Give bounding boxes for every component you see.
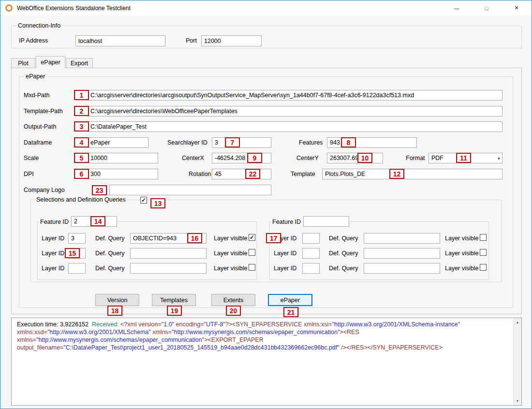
left-row2-def-query-label: Def. Query xyxy=(95,265,124,272)
dpi-input[interactable]: 300 xyxy=(88,169,158,179)
dataframe-input[interactable]: ePaper xyxy=(88,137,148,148)
left-row2-layer-visible-checkbox[interactable] xyxy=(249,264,255,271)
log-segment: "1.0" xyxy=(162,321,174,328)
right-row2-layer-visible-label: Layer visible xyxy=(445,265,478,272)
maximize-button[interactable]: □ xyxy=(472,0,502,15)
centerx-label: CenterX xyxy=(182,155,204,161)
right-row2-layer-id-input[interactable] xyxy=(302,263,320,274)
left-feature-id-label: Feature ID xyxy=(39,219,70,225)
window-title: WebOffice Extensions Standalone Testclie… xyxy=(17,5,131,12)
left-row1-layer-id-input[interactable] xyxy=(68,248,86,259)
right-feature-id-input[interactable] xyxy=(303,216,349,227)
right-row2-layer-id-label: Layer ID xyxy=(274,265,296,272)
scroll-down-icon[interactable]: ▼ xyxy=(514,397,521,405)
scale-label: Scale xyxy=(24,155,39,161)
right-row0-layer-visible-checkbox[interactable] xyxy=(480,234,487,241)
selections-group-label: Selections and Definition Queries xyxy=(35,196,127,203)
format-select-value: PDF xyxy=(431,155,443,161)
left-row1-def-query-label: Def. Query xyxy=(95,250,124,257)
company-logo-label: Company Logo xyxy=(24,187,65,193)
version-button[interactable]: Version xyxy=(95,294,139,306)
template-label: Template xyxy=(291,171,315,177)
left-row2-layer-id-input[interactable] xyxy=(68,263,86,274)
mxd-path-input[interactable]: C:\arcgisserver\directories\arcgisoutput… xyxy=(88,90,502,101)
left-row2-layer-visible-label: Layer visible xyxy=(214,265,247,272)
right-row0-def-query-input[interactable] xyxy=(364,233,440,244)
log-segment: encoding= xyxy=(174,321,204,328)
right-row2-layer-visible-checkbox[interactable] xyxy=(480,264,487,271)
scale-input[interactable]: 10000 xyxy=(88,153,158,163)
template-path-input[interactable]: C:\arcgisserver\directories\WebOfficeePa… xyxy=(88,106,502,117)
right-row1-def-query-label: Def. Query xyxy=(329,250,358,257)
log-segment: xmlns= xyxy=(151,329,172,336)
centerx-input[interactable]: -46254.208 xyxy=(212,153,271,163)
right-row2-def-query-label: Def. Query xyxy=(329,265,358,272)
rotation-label: Rotation xyxy=(189,171,211,177)
right-feature-id-label: Feature ID xyxy=(271,219,302,225)
ip-address-input[interactable]: localhost xyxy=(75,35,165,46)
right-row0-def-query-label: Def. Query xyxy=(329,235,358,242)
log-scrollbar[interactable]: ▲ ▼ xyxy=(513,318,521,405)
log-output[interactable]: Execution time: 3,9226152 Received: <?xm… xyxy=(11,318,522,406)
right-row2-def-query-input[interactable] xyxy=(364,263,440,274)
tab-export[interactable]: Export xyxy=(66,58,93,68)
features-input[interactable]: 943 xyxy=(327,137,417,148)
left-row2-def-query-input[interactable] xyxy=(130,263,207,274)
dataframe-label: Dataframe xyxy=(24,139,52,146)
connection-group-label: Connection-Info xyxy=(16,22,62,29)
right-row1-def-query-input[interactable] xyxy=(364,248,440,259)
epaper-button[interactable]: ePaper xyxy=(268,294,312,306)
right-row1-layer-id-input[interactable] xyxy=(302,248,320,259)
port-input[interactable]: 12000 xyxy=(201,35,262,46)
left-row2-layer-id-label: Layer ID xyxy=(42,265,64,272)
log-segment: "http://www.mysynergis.com/schemas/epape… xyxy=(36,336,204,343)
output-path-input[interactable]: C:\Data\ePaper_Test xyxy=(88,121,502,132)
left-row1-def-query-input[interactable] xyxy=(130,248,207,259)
company-logo-input[interactable] xyxy=(109,185,271,195)
template-path-label: Template-Path xyxy=(24,108,63,115)
selections-enabled-checkbox[interactable]: ✓ xyxy=(140,197,147,204)
dropdown-arrow-icon[interactable]: ▾ xyxy=(498,153,500,163)
log-segment: ?><SYN_EPAPERSERVICE xmlns:xsi= xyxy=(225,321,332,328)
centery-input[interactable]: 263007.691 xyxy=(327,153,383,163)
log-segment: "C:\Data\ePaper_Test\project1_user1_2018… xyxy=(63,344,339,351)
left-row0-layer-visible-checkbox[interactable]: ✓ xyxy=(249,234,255,241)
scroll-up-icon[interactable]: ▲ xyxy=(514,318,521,326)
format-select[interactable]: PDF ▾ xyxy=(429,153,502,163)
right-row0-layer-visible-label: Layer visible xyxy=(445,235,478,242)
searchlayer-id-label: Searchlayer ID xyxy=(167,139,207,146)
log-segment: /></RES></SYN_EPAPERSERVICE> xyxy=(340,344,443,351)
mxd-path-label: Mxd-Path xyxy=(24,92,50,99)
left-row0-def-query-input[interactable]: OBJECTID=943 xyxy=(130,233,207,244)
right-row1-layer-visible-checkbox[interactable] xyxy=(480,249,487,256)
rotation-input[interactable]: 45 xyxy=(212,169,271,179)
dpi-label: DPI xyxy=(24,171,34,177)
log-segment: Execution time: 3,9226152 xyxy=(17,321,92,328)
close-button[interactable]: ✕ xyxy=(502,0,532,15)
centery-label: CenterY xyxy=(296,155,319,161)
window-controls: — □ ✕ xyxy=(442,0,532,15)
tab-epaper[interactable]: ePaper xyxy=(36,56,65,68)
left-row1-layer-visible-label: Layer visible xyxy=(214,250,247,257)
left-row0-layer-id-label: Layer ID xyxy=(42,235,64,242)
left-feature-id-input[interactable]: 2 xyxy=(71,216,117,227)
log-segment: "http://www.w3.org/2001/XMLSchema" xyxy=(47,329,151,336)
tab-plot[interactable]: Plot xyxy=(11,58,35,68)
features-label: Features xyxy=(299,139,323,146)
extents-button[interactable]: Extents xyxy=(211,294,255,306)
left-row1-layer-visible-checkbox[interactable] xyxy=(249,249,255,256)
title-bar: WebOffice Extensions Standalone Testclie… xyxy=(0,0,532,15)
left-row0-layer-id-input[interactable]: 3 xyxy=(68,233,86,244)
templates-button[interactable]: Templates xyxy=(152,294,196,306)
log-segment: "http://www.w3.org/2001/XMLSchema-instan… xyxy=(332,321,460,328)
left-row0-layer-visible-label: Layer visible xyxy=(214,235,247,242)
log-segment: "UTF-8" xyxy=(204,321,225,328)
log-segment: <?xml version= xyxy=(120,321,162,328)
output-path-label: Output-Path xyxy=(24,123,56,130)
right-row1-layer-id-label: Layer ID xyxy=(274,250,296,257)
searchlayer-id-input[interactable]: 3 xyxy=(212,137,271,148)
minimize-button[interactable]: — xyxy=(442,0,472,15)
right-row0-layer-id-input[interactable] xyxy=(302,233,320,244)
right-row0-layer-id-label: Layer ID xyxy=(274,235,296,242)
template-input[interactable]: Plots.Plots_DE xyxy=(322,169,502,179)
